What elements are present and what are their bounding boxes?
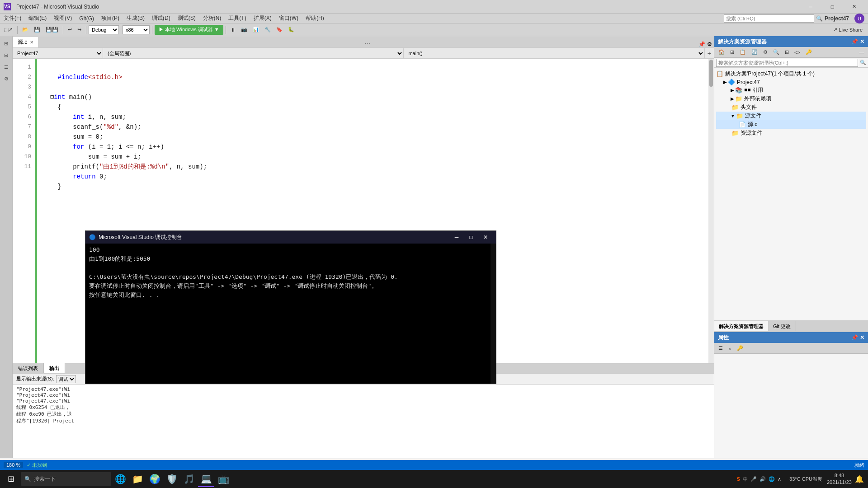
taskbar-vs[interactable]: 💻 [198, 471, 214, 487]
debug-config-select[interactable]: Debug Release [89, 25, 119, 34]
live-share-button[interactable]: ↗ Live Share [830, 25, 866, 35]
sys-chevron[interactable]: ∧ [778, 476, 781, 482]
menu-edit[interactable]: 编辑(E) [25, 14, 50, 23]
menu-file[interactable]: 文件(F) [0, 14, 25, 23]
prop-btn1[interactable]: ☰ [716, 343, 725, 353]
taskbar-shield[interactable]: 🛡️ [164, 471, 180, 487]
tab-close-btn[interactable]: ✕ [30, 40, 33, 45]
activity-btn-1[interactable]: ⊞ [1, 38, 12, 49]
activity-btn-3[interactable]: ☰ [1, 61, 12, 72]
se-refresh-btn[interactable]: 🔄 [749, 47, 760, 57]
taskbar-music[interactable]: 🎵 [181, 471, 197, 487]
se-code-btn[interactable]: <> [792, 47, 802, 57]
editor-scrollbar[interactable] [708, 59, 714, 363]
debug2-btn[interactable]: 🐛 [286, 25, 297, 35]
tree-item-extdeps[interactable]: ▶ 📁 外部依赖项 [716, 94, 866, 103]
settings-icon[interactable]: ⚙ [707, 41, 712, 47]
tree-item-headers[interactable]: 📁 头文件 [716, 103, 866, 112]
output-line-1: "Project47.exe"(Wi [16, 386, 710, 392]
prop-close-btn[interactable]: ✕ [860, 334, 864, 341]
se-search-input[interactable] [716, 59, 858, 67]
notification-btn[interactable]: 🔔 [853, 472, 866, 486]
taskbar-tv[interactable]: 📺 [215, 471, 231, 487]
se-close-btn[interactable]: ✕ [860, 38, 864, 45]
undo-btn[interactable]: ↩ [66, 25, 74, 35]
open-file-btn[interactable]: 📂 [20, 25, 31, 35]
tab-pin-btn[interactable]: ⋯ [363, 40, 373, 47]
se-home-btn[interactable]: 🏠 [716, 47, 727, 57]
new-project-btn[interactable]: ⬚↗ [2, 25, 15, 35]
save-btn[interactable]: 💾 [32, 25, 42, 35]
menu-project[interactable]: 项目(P) [98, 14, 123, 23]
redo-btn[interactable]: ↪ [75, 25, 84, 35]
nav-func-select[interactable]: main() [404, 48, 704, 58]
menu-debug[interactable]: 调试(D) [148, 14, 174, 23]
clock-time: 8:48 [827, 472, 852, 479]
se-settings-btn[interactable]: ⚙ [761, 47, 770, 57]
console-maximize-btn[interactable]: □ [464, 232, 478, 242]
console-scrollbar[interactable] [491, 244, 496, 384]
menu-test[interactable]: 测试(S) [174, 14, 199, 23]
menu-tools[interactable]: 工具(T) [225, 14, 250, 23]
nav-project-select[interactable]: Project47 [13, 48, 103, 58]
output-tab[interactable]: 输出 [44, 363, 65, 373]
menu-help[interactable]: 帮助(H) [302, 14, 328, 23]
tree-item-resources[interactable]: 📁 资源文件 [716, 129, 866, 137]
output-line-2: "Project47.exe"(Wi [16, 392, 710, 398]
output-source-select[interactable]: 调试 [56, 375, 76, 383]
errors-tab[interactable]: 错误列表 [13, 363, 44, 373]
perf-btn[interactable]: 📊 [250, 25, 261, 35]
se-filter-btn[interactable]: 🔍 [771, 47, 782, 57]
taskbar-browser2[interactable]: 🌍 [146, 471, 163, 487]
se-collapse-btn[interactable]: ⊞ [783, 47, 791, 57]
prop-pin-btn[interactable]: 📌 [851, 334, 858, 341]
menu-build[interactable]: 生成(B) [123, 14, 148, 23]
taskbar-explorer[interactable]: 📁 [129, 471, 146, 487]
se-btn2[interactable]: 📋 [737, 47, 748, 57]
tools-btn2[interactable]: 🔧 [262, 25, 273, 35]
tree-item-sources[interactable]: ▼ 📁 源文件 [716, 112, 866, 120]
nav-add-btn[interactable]: + [705, 50, 714, 57]
menu-analyze[interactable]: 分析(N) [199, 14, 225, 23]
nav-scope-select[interactable]: (全局范围) [103, 48, 404, 58]
se-pin-btn[interactable]: 📌 [851, 38, 858, 45]
prop-btn2[interactable]: ⬦ [726, 343, 734, 353]
activity-btn-4[interactable]: ⚙ [1, 73, 12, 84]
tree-item-solution[interactable]: 📋 解决方案'Project47'(1 个项目/共 1 个) [716, 70, 866, 78]
se-active-btn[interactable]: — [857, 47, 866, 57]
activity-bar: ⊞ ⊟ ☰ ⚙ [0, 36, 13, 458]
se-tab-solution[interactable]: 解决方案资源管理器 [714, 321, 769, 331]
menu-extensions[interactable]: 扩展(X) [250, 14, 275, 23]
tree-item-references[interactable]: ▶ 📚 ■■ 引用 [716, 86, 866, 94]
platform-select[interactable]: x86 x64 [123, 25, 150, 34]
save-all-btn[interactable]: 💾💾 [43, 25, 61, 35]
minimize-button[interactable]: ─ [800, 0, 821, 14]
bookmark-btn[interactable]: 🔖 [274, 25, 285, 35]
console-close-btn[interactable]: ✕ [479, 232, 492, 242]
se-btn1[interactable]: ⊞ [728, 47, 736, 57]
prop-btn3[interactable]: 🔑 [735, 343, 745, 353]
search-input[interactable] [724, 14, 814, 23]
menu-window[interactable]: 窗口(W) [275, 14, 302, 23]
tree-item-sourcec[interactable]: 📄 源.c [716, 120, 866, 129]
pin-icon[interactable]: 📌 [698, 41, 705, 47]
maximize-button[interactable]: □ [822, 0, 843, 14]
menu-git[interactable]: Git(G) [75, 14, 98, 23]
run-button[interactable]: ▶ 本地 Windows 调试器 ▼ [155, 25, 223, 35]
camera-btn[interactable]: 📷 [239, 25, 250, 35]
se-tab-git[interactable]: Git 更改 [769, 321, 796, 331]
taskbar-search[interactable]: 🔍 搜索一下 [21, 472, 111, 486]
prop-titlebar: 属性 📌 ✕ [714, 332, 868, 343]
taskbar-edge[interactable]: 🌐 [112, 471, 128, 487]
scroll-thumb[interactable] [709, 60, 713, 87]
output-line-4: 线程 0x6254 已退出， [16, 404, 710, 411]
start-button[interactable]: ⊞ [2, 470, 20, 488]
pause-btn[interactable]: ⏸ [228, 25, 238, 35]
menu-view[interactable]: 视图(V) [50, 14, 75, 23]
se-extra-btn[interactable]: 🔑 [803, 47, 814, 57]
editor-tab-source[interactable]: 源.c ✕ [13, 37, 38, 47]
tree-item-project[interactable]: ▶ 🔷 Project47 [716, 78, 866, 86]
close-button[interactable]: ✕ [844, 0, 864, 14]
console-minimize-btn[interactable]: ─ [450, 232, 463, 242]
activity-btn-2[interactable]: ⊟ [1, 50, 12, 61]
